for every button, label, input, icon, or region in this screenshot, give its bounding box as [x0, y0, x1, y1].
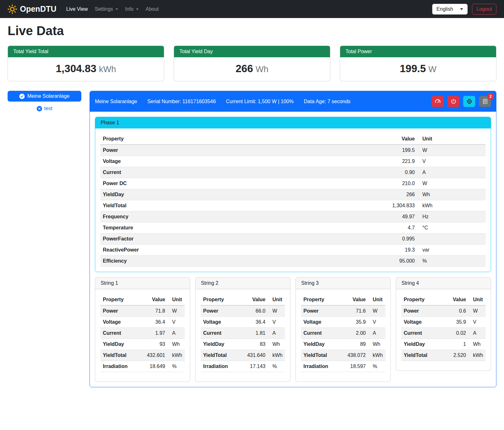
- property-cell: YieldTotal: [100, 350, 144, 361]
- value-cell: 2.00: [345, 328, 368, 339]
- unit-cell: %: [368, 361, 385, 372]
- navbar: OpenDTU Live View Settings Info About En…: [0, 0, 504, 18]
- property-cell: Power: [100, 145, 376, 156]
- string-card-title: String 3: [296, 277, 390, 289]
- card-total-power: Total Power 199.5W: [340, 46, 496, 81]
- table-row: YieldTotal431.640kWh: [201, 350, 285, 361]
- card-unit: Wh: [256, 65, 269, 74]
- unit-cell: V: [368, 317, 385, 328]
- nav-settings-dropdown[interactable]: Settings: [91, 4, 121, 15]
- table-row: Current1.81A: [201, 328, 285, 339]
- col-property: Property: [301, 294, 345, 305]
- value-cell: 93: [144, 339, 168, 350]
- col-unit: Unit: [268, 294, 285, 305]
- unit-cell: A: [469, 328, 486, 339]
- string-card-title: String 4: [396, 277, 491, 289]
- event-log-button[interactable]: 2: [479, 96, 491, 107]
- unit-cell: %: [268, 361, 285, 372]
- unit-cell: V: [469, 317, 486, 328]
- unit-cell: Wh: [368, 339, 385, 350]
- logout-button[interactable]: Logout: [472, 4, 496, 15]
- property-cell: Power DC: [100, 178, 376, 189]
- nav-about[interactable]: About: [142, 4, 162, 15]
- event-count-badge: 2: [487, 93, 494, 100]
- property-cell: Voltage: [201, 317, 245, 328]
- card-total-yield-total: Total Yield Total 1,304.83kWh: [8, 46, 164, 81]
- property-cell: ReactivePower: [100, 245, 376, 256]
- property-cell: Current: [301, 328, 345, 339]
- language-select[interactable]: English: [432, 4, 468, 15]
- table-header-row: Property Value Unit: [100, 134, 486, 145]
- unit-cell: V: [417, 156, 486, 167]
- property-cell: Irradiation: [100, 361, 144, 372]
- table-row: Voltage36.4V: [201, 317, 285, 328]
- unit-cell: var: [417, 245, 486, 256]
- nav-live-view[interactable]: Live View: [63, 4, 91, 15]
- inverter-data-age: Data Age: 7 seconds: [304, 99, 351, 104]
- value-cell: 266: [376, 189, 417, 200]
- value-cell: 95.000: [376, 256, 417, 267]
- col-unit: Unit: [417, 134, 486, 145]
- table-row: Current2.00A: [301, 328, 385, 339]
- phase-card-title: Phase 1: [95, 117, 491, 128]
- table-row: YieldTotal1,304.833kWh: [100, 200, 486, 211]
- table-row: Current1.97A: [100, 328, 185, 339]
- unit-cell: W: [417, 178, 486, 189]
- sun-icon: [8, 4, 17, 14]
- value-cell: 438.072: [345, 350, 368, 361]
- table-row: Power DC210.0W: [100, 178, 486, 189]
- value-cell: 0.02: [446, 328, 469, 339]
- table-row: Irradiation18.649%: [100, 361, 185, 372]
- card-title: Total Power: [340, 46, 496, 57]
- col-property: Property: [100, 134, 376, 145]
- inverter-button-label: Meine Solaranlage: [27, 93, 69, 99]
- value-cell: 36.4: [144, 317, 168, 328]
- power-icon: [451, 98, 457, 104]
- value-cell: 4.7: [376, 222, 417, 234]
- strings-row: String 1 Property Value Unit: [95, 277, 491, 382]
- unit-cell: %: [168, 361, 185, 372]
- col-value: Value: [376, 134, 417, 145]
- unit-cell: kWh: [469, 350, 486, 361]
- cpu-chip-icon: [466, 98, 472, 104]
- inverter-card: Meine Solaranlage Serial Number: 1161716…: [90, 91, 496, 387]
- value-cell: 2.520: [446, 350, 469, 361]
- property-cell: Current: [401, 328, 446, 339]
- value-cell: 1.81: [245, 328, 268, 339]
- nav-live-view-label: Live View: [66, 6, 88, 12]
- limit-settings-button[interactable]: [432, 96, 444, 107]
- property-cell: YieldDay: [401, 339, 446, 350]
- inverter-button-selected[interactable]: Meine Solaranlage: [8, 91, 81, 102]
- card-value: 266: [236, 63, 253, 74]
- value-cell: 0.6: [446, 305, 469, 317]
- table-row: YieldDay83Wh: [201, 339, 285, 350]
- property-cell: Efficiency: [100, 256, 376, 267]
- unit-cell: kWh: [268, 350, 285, 361]
- x-circle-icon: [37, 106, 42, 111]
- table-row: Power71.6W: [301, 305, 385, 317]
- inverter-button-test[interactable]: test: [8, 106, 81, 111]
- chevron-down-icon: [115, 9, 118, 10]
- unit-cell: kWh: [417, 200, 486, 211]
- value-cell: 71.6: [345, 305, 368, 317]
- device-info-button[interactable]: [463, 96, 475, 107]
- power-button[interactable]: [447, 96, 459, 107]
- unit-cell: Hz: [417, 211, 486, 222]
- unit-cell: kWh: [368, 350, 385, 361]
- property-cell: Current: [100, 167, 376, 178]
- col-value: Value: [446, 294, 469, 305]
- nav-info-dropdown[interactable]: Info: [121, 4, 142, 15]
- unit-cell: kWh: [168, 350, 185, 361]
- card-total-yield-day: Total Yield Day 266Wh: [174, 46, 330, 81]
- value-cell: 83: [245, 339, 268, 350]
- value-cell: 199.5: [376, 145, 417, 156]
- property-cell: Power: [301, 305, 345, 317]
- brand[interactable]: OpenDTU: [8, 4, 56, 14]
- property-cell: Irradiation: [201, 361, 245, 372]
- inverter-card-header: Meine Solaranlage Serial Number: 1161716…: [90, 91, 496, 112]
- value-cell: 0.995: [376, 234, 417, 245]
- card-unit: W: [428, 65, 436, 74]
- value-cell: 18.649: [144, 361, 168, 372]
- table-row: Power66.0W: [201, 305, 285, 317]
- unit-cell: A: [268, 328, 285, 339]
